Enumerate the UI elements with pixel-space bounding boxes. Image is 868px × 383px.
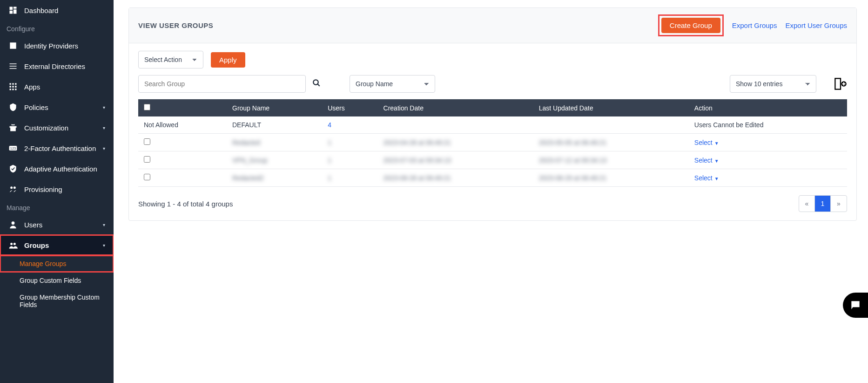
col-action: Action: [689, 99, 847, 116]
sync-users-icon: [8, 185, 18, 194]
caret-down-icon: ▼: [714, 176, 719, 181]
list-icon: [8, 62, 18, 71]
sidebar-subitem-manage-groups[interactable]: Manage Groups: [0, 255, 114, 272]
sidebar-label: Groups: [24, 241, 49, 249]
chat-bubble-button[interactable]: [843, 293, 868, 318]
sidebar-label: Policies: [24, 103, 48, 111]
create-group-button[interactable]: Create Group: [661, 18, 720, 33]
sidebar-subitem-group-membership-custom-fields[interactable]: Group Membership Custom Fields: [0, 289, 114, 313]
chevron-down-icon: ▾: [103, 105, 105, 110]
search-input[interactable]: [138, 75, 306, 93]
id-badge-icon: [8, 41, 18, 50]
table-row: Redacted2 1 2023-08-28 at 06:49:21 2023-…: [138, 169, 847, 187]
sidebar-item-adaptive-auth[interactable]: Adaptive Authentication: [0, 158, 114, 179]
cell-updated: [533, 116, 689, 134]
svg-line-8: [317, 84, 320, 86]
sidebar-label: Apps: [24, 83, 40, 91]
table-row: Redacted 1 2023-04-28 at 06:49:21 2023-0…: [138, 134, 847, 151]
sidebar-label: Adaptive Authentication: [24, 165, 97, 173]
cell-creation: [378, 116, 533, 134]
row-checkbox[interactable]: [144, 156, 150, 163]
page-title: VIEW USER GROUPS: [138, 21, 213, 29]
sidebar-label: External Directories: [24, 62, 85, 70]
export-user-groups-link[interactable]: Export User Groups: [785, 21, 847, 29]
svg-point-2: [10, 186, 13, 189]
grid-icon: [8, 82, 18, 91]
sidebar-subitem-group-custom-fields[interactable]: Group Custom Fields: [0, 272, 114, 289]
cell-action: Users Cannot be Edited: [689, 116, 847, 134]
row-action-select[interactable]: Select▼: [694, 139, 719, 146]
col-updated: Last Updated Date: [533, 99, 689, 116]
col-users: Users: [322, 99, 377, 116]
row-action-select[interactable]: Select▼: [694, 174, 719, 182]
panel-view-user-groups: VIEW USER GROUPS Create Group Export Gro…: [128, 7, 857, 221]
chevron-down-icon: ▾: [103, 125, 105, 130]
cell-group-name: VPN_Group: [232, 157, 267, 164]
svg-text:123: 123: [10, 146, 16, 150]
cell-not-allowed: Not Allowed: [138, 116, 227, 134]
gift-icon: [8, 123, 18, 132]
showing-text: Showing 1 - 4 of total 4 groups: [138, 200, 233, 208]
sidebar-item-provisioning[interactable]: Provisioning: [0, 179, 114, 199]
create-group-highlight: Create Group: [658, 14, 724, 36]
col-creation: Creation Date: [378, 99, 533, 116]
chevron-down-icon: ▾: [103, 146, 105, 151]
sidebar-item-2fa[interactable]: 123 2-Factor Authentication ▾: [0, 138, 114, 158]
select-action-dropdown[interactable]: Select Action: [138, 51, 203, 68]
sidebar-label: Identity Providers: [24, 42, 78, 50]
sidebar-label: Customization: [24, 124, 68, 132]
select-all-checkbox[interactable]: [144, 104, 150, 110]
panel-header: VIEW USER GROUPS Create Group Export Gro…: [129, 8, 856, 43]
numeric-icon: 123: [8, 144, 18, 153]
add-column-icon[interactable]: [834, 77, 847, 90]
row-checkbox[interactable]: [144, 174, 150, 180]
cell-creation: 2023-07-03 at 09:34:13: [384, 157, 451, 164]
svg-point-4: [12, 221, 15, 225]
sidebar-label: Provisioning: [24, 185, 62, 193]
sidebar-item-users[interactable]: Users ▾: [0, 214, 114, 235]
export-groups-link[interactable]: Export Groups: [732, 21, 777, 29]
action-toolbar: Select Action Apply: [129, 43, 856, 73]
dashboard-icon: [8, 6, 18, 15]
shield-check-icon: [8, 164, 18, 173]
cell-updated: 2023-07-12 at 09:34:13: [539, 157, 607, 164]
sidebar-item-dashboard[interactable]: Dashboard: [0, 0, 114, 21]
page-1[interactable]: 1: [815, 196, 831, 212]
main-content: VIEW USER GROUPS Create Group Export Gro…: [114, 7, 868, 239]
cell-users: 1: [328, 139, 331, 146]
apply-button[interactable]: Apply: [211, 52, 245, 68]
cell-creation: 2023-04-28 at 06:49:21: [384, 139, 451, 146]
cell-users: 1: [328, 174, 331, 182]
shield-search-icon: [8, 103, 18, 112]
caret-down-icon: ▼: [714, 158, 719, 164]
caret-down-icon: ▼: [714, 141, 719, 146]
sidebar-item-identity-providers[interactable]: Identity Providers: [0, 35, 114, 56]
cell-group-name: Redacted: [232, 139, 260, 146]
sidebar-item-customization[interactable]: Customization ▾: [0, 117, 114, 138]
search-toolbar: Group Name Show 10 entries: [129, 73, 856, 99]
sidebar-item-policies[interactable]: Policies ▾: [0, 97, 114, 117]
svg-point-5: [10, 243, 13, 245]
entries-select[interactable]: Show 10 entries: [730, 75, 816, 93]
row-action-select[interactable]: Select▼: [694, 157, 719, 164]
sidebar-item-apps[interactable]: Apps: [0, 76, 114, 97]
page-prev[interactable]: «: [799, 196, 815, 212]
row-checkbox[interactable]: [144, 138, 150, 145]
sidebar-section-configure: Configure: [0, 21, 114, 35]
sidebar-section-manage: Manage: [0, 199, 114, 214]
cell-group-name: DEFAULT: [227, 116, 322, 134]
svg-point-6: [13, 243, 16, 245]
page-next[interactable]: »: [831, 196, 847, 212]
chevron-down-icon: ▾: [103, 222, 105, 227]
pagination: « 1 »: [799, 195, 847, 212]
sidebar-item-groups[interactable]: Groups ▾: [0, 235, 114, 255]
cell-users-link[interactable]: 4: [328, 121, 331, 129]
table-footer: Showing 1 - 4 of total 4 groups « 1 »: [129, 187, 856, 220]
filter-field-select[interactable]: Group Name: [350, 75, 435, 93]
sidebar-item-external-directories[interactable]: External Directories: [0, 56, 114, 76]
svg-point-3: [13, 186, 16, 189]
svg-point-7: [313, 80, 318, 85]
table-row: VPN_Group 1 2023-07-03 at 09:34:13 2023-…: [138, 151, 847, 169]
search-icon[interactable]: [312, 79, 321, 89]
sidebar-label: 2-Factor Authentication: [24, 144, 96, 152]
